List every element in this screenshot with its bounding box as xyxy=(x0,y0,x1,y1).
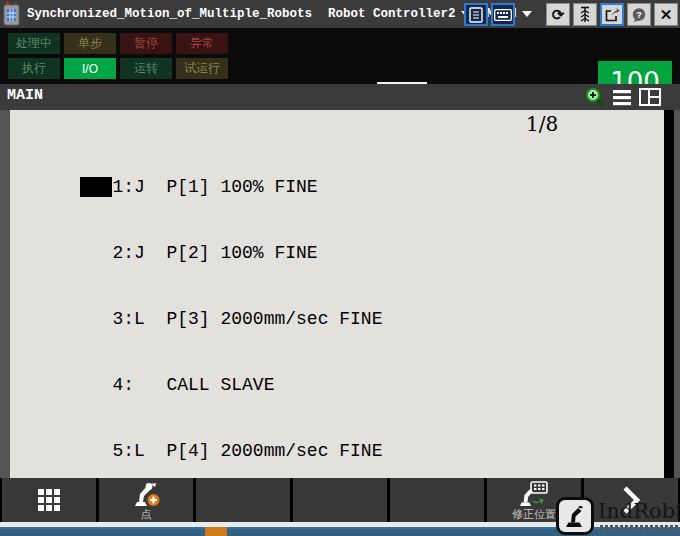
bottom-frame-orange-segment xyxy=(205,527,227,536)
program-window-header: MAIN xyxy=(0,84,680,111)
program-line-current[interactable]: 1:J P[1] 100% FINE xyxy=(80,176,382,198)
jog-mast-button[interactable] xyxy=(573,3,597,26)
led-fault: 异常 xyxy=(176,33,228,54)
window-title: Synchronized_Motion_of_Multiple_Robots xyxy=(27,7,312,21)
led-prod: 运转 xyxy=(120,58,172,79)
zoom-in-button[interactable] xyxy=(582,86,606,108)
watermark: IndRobSim xyxy=(556,497,680,536)
robot-add-point-icon xyxy=(131,481,161,507)
toolbar-empty-button-3[interactable] xyxy=(390,478,484,522)
led-test: 试运行 xyxy=(176,58,228,79)
split-window-icon xyxy=(639,88,661,106)
led-step: 单步 xyxy=(64,33,116,54)
teach-pendant-window: Synchronized_Motion_of_Multiple_Robots R… xyxy=(0,0,680,536)
main-area: 1/8 1:J P[1] 100% FINE 2:J P[2] 100% FIN… xyxy=(0,110,680,478)
toolbar-empty-button-2[interactable] xyxy=(293,478,387,522)
keyboard-icon xyxy=(494,9,512,21)
pendant-view-button[interactable] xyxy=(464,3,488,26)
led-busy: 处理中 xyxy=(8,33,60,54)
status-led-grid: 处理中 单步 暂停 异常 执行 I/O 运转 试运行 xyxy=(8,33,228,79)
menu-button[interactable] xyxy=(610,86,634,108)
controller-dropdown[interactable]: Robot Controller2 xyxy=(328,7,471,21)
apps-grid-button[interactable] xyxy=(2,478,96,522)
pop-out-arrow-icon xyxy=(605,7,620,22)
touchup-position-label: 修正位置 xyxy=(512,508,556,520)
page-indicator: 1/8 xyxy=(526,112,558,136)
help-button[interactable]: ? xyxy=(627,3,651,26)
split-view-button[interactable] xyxy=(638,86,662,108)
led-io: I/O xyxy=(64,58,116,79)
title-bar: Synchronized_Motion_of_Multiple_Robots R… xyxy=(0,0,680,28)
robot-arm-logo-icon xyxy=(562,503,588,529)
pop-out-button[interactable] xyxy=(600,3,624,26)
program-editor-content[interactable]: 1/8 1:J P[1] 100% FINE 2:J P[2] 100% FIN… xyxy=(10,110,664,478)
refresh-icon: ⟳ xyxy=(552,7,565,22)
add-point-label: 点 xyxy=(141,508,152,520)
program-line-list: 1:J P[1] 100% FINE 2:J P[2] 100% FINE 3:… xyxy=(80,132,382,536)
program-line[interactable]: 2:J P[2] 100% FINE xyxy=(80,242,382,264)
program-line[interactable]: 5:L P[4] 2000mm/sec FINE xyxy=(80,440,382,462)
grid-icon xyxy=(37,488,61,512)
led-hold: 暂停 xyxy=(120,33,172,54)
teach-pendant-app-icon xyxy=(3,1,21,27)
program-line[interactable]: 3:L P[3] 2000mm/sec FINE xyxy=(80,308,382,330)
add-point-button[interactable]: 点 xyxy=(99,478,193,522)
watermark-tagline-strip xyxy=(600,525,680,530)
program-line[interactable]: 4: CALL SLAVE xyxy=(80,374,382,396)
watermark-brand-text: IndRobSim xyxy=(598,499,680,523)
led-run: 执行 xyxy=(8,58,60,79)
help-icon: ? xyxy=(631,7,647,23)
pendant-icon xyxy=(468,7,484,23)
right-frame-strip xyxy=(664,110,674,478)
program-window-title: MAIN xyxy=(7,87,43,104)
toolbar-empty-button-1[interactable] xyxy=(196,478,290,522)
watermark-logo-box xyxy=(556,497,594,535)
close-button[interactable]: ✕ xyxy=(654,3,678,26)
program-header-buttons xyxy=(578,86,662,108)
line-cursor xyxy=(80,177,112,197)
magnifier-plus-icon xyxy=(584,87,605,108)
touchup-position-icon xyxy=(518,481,550,507)
status-panel: 处理中 单步 暂停 异常 执行 I/O 运转 试运行 MAIN 行0 T2 中止… xyxy=(0,28,680,84)
refresh-button[interactable]: ⟳ xyxy=(546,3,570,26)
jog-mast-icon xyxy=(578,6,592,23)
keyboard-button[interactable] xyxy=(491,3,515,26)
close-icon: ✕ xyxy=(660,7,673,22)
titlebar-buttons: ⟳ xyxy=(461,3,678,26)
svg-text:?: ? xyxy=(636,10,642,20)
hamburger-menu-icon xyxy=(612,89,632,106)
controller-dropdown-label: Robot Controller2 xyxy=(328,7,456,21)
